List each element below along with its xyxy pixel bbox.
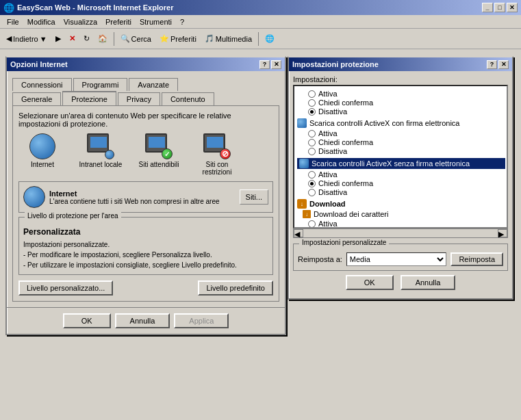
protection-footer-buttons: Livello personalizzato... Livello predef… — [18, 280, 273, 296]
radio-chiedi-2[interactable]: Chiedi conferma — [308, 138, 505, 146]
stop-button[interactable]: ✕ — [66, 31, 79, 47]
custom-settings-box: Impostazioni personalizzate Reimposta a:… — [293, 244, 508, 271]
attendibili-icon-container: ✓ — [145, 133, 173, 159]
info-globe-icon — [23, 186, 45, 208]
protection-level-desc: Impostazioni personalizzate. - Per modif… — [23, 239, 268, 270]
radio-label-chiedi-1: Chiedi conferma — [318, 99, 373, 107]
media-label: Multimedia — [216, 35, 252, 43]
back-label: Indietro — [13, 35, 38, 43]
reset-select[interactable]: Alta Media Bassa Personalizzata — [346, 252, 447, 266]
radio-group-2: Attiva Chiedi conferma Disattiva — [308, 129, 505, 155]
protezione-tab-content: Selezionare un'area di contenuto Web per… — [12, 105, 279, 302]
radio-attiva-3[interactable]: Attiva — [308, 170, 505, 179]
radio-attiva-2[interactable]: Attiva — [308, 129, 505, 137]
menu-strumenti[interactable]: Strumenti — [136, 17, 176, 27]
radio-attiva-4[interactable]: Attiva — [308, 220, 505, 227]
imp-cancel-button[interactable]: Annulla — [401, 275, 456, 290]
h-scroll-left-btn[interactable]: ◀ — [294, 229, 303, 237]
menu-visualizza[interactable]: Visualizza — [60, 17, 101, 27]
radio-disattiva-3[interactable]: Disattiva — [308, 188, 505, 196]
favorites-button[interactable]: ⭐ Preferiti — [156, 31, 200, 47]
monitor-body — [87, 133, 109, 153]
opzioni-title-bar[interactable]: Opzioni Internet ? ✕ — [7, 57, 285, 71]
zone-restrizioni[interactable]: ⊘ Siti con restrizioni — [193, 133, 241, 176]
home-button[interactable]: 🏠 — [94, 31, 111, 47]
window-title: EasyScan Web - Microsoft Internet Explor… — [17, 3, 173, 12]
refresh-icon: ↻ — [84, 34, 90, 43]
h-scrollbar[interactable]: ◀ ▶ — [293, 228, 508, 238]
tab-generale[interactable]: Generale — [12, 92, 61, 107]
radio-circle-attiva-2 — [308, 130, 316, 137]
links-button[interactable]: 🌐 — [262, 31, 278, 47]
opzioni-help-button[interactable]: ? — [259, 60, 270, 69]
maximize-button[interactable]: □ — [494, 3, 505, 12]
tab-privacy[interactable]: Privacy — [118, 92, 160, 107]
menu-modifica[interactable]: Modifica — [23, 17, 60, 27]
radio-circle-disattiva-3 — [308, 189, 316, 196]
refresh-button[interactable]: ↻ — [80, 31, 93, 47]
menu-preferiti[interactable]: Preferiti — [101, 17, 136, 27]
radio-circle-attiva-3 — [308, 171, 316, 179]
zone-attendibili-label: Siti attendibili — [139, 161, 179, 168]
radio-circle-disattiva-2 — [308, 148, 316, 155]
close-button[interactable]: ✕ — [507, 3, 518, 12]
h-scroll-right-btn[interactable]: ▶ — [498, 229, 507, 237]
internet-info-box: Internet L'area contiene tutti i siti We… — [18, 181, 273, 213]
default-level-button[interactable]: Livello predefinito — [198, 280, 273, 296]
imp-help-button[interactable]: ? — [487, 60, 497, 69]
stop-icon: ✕ — [69, 34, 75, 43]
download-chars-section: ↓ Download dei caratteri — [303, 210, 505, 218]
radio-label-disattiva-3: Disattiva — [318, 188, 347, 196]
imp-close-button[interactable]: ✕ — [498, 60, 509, 69]
media-button[interactable]: 🎵 Multimedia — [201, 31, 255, 47]
zone-internet[interactable]: Internet — [18, 133, 66, 176]
imp-ok-button[interactable]: OK — [346, 275, 394, 290]
opzioni-apply-button[interactable]: Applica — [174, 313, 229, 328]
radio-chiedi-1[interactable]: Chiedi conferma — [308, 99, 505, 107]
radio-circle-chiedi-3 — [308, 180, 316, 187]
zone-intranet[interactable]: Intranet locale — [77, 133, 125, 176]
tab-contenuto[interactable]: Contenuto — [162, 92, 214, 107]
radio-label-chiedi-3: Chiedi conferma — [318, 179, 373, 187]
imp-title-bar[interactable]: Impostazioni protezione ? ✕ — [289, 57, 512, 71]
back-dropdown-icon: ▼ — [40, 35, 47, 43]
intranet-globe — [105, 150, 114, 159]
opzioni-ok-button[interactable]: OK — [63, 313, 111, 328]
forward-button[interactable]: ▶ — [52, 31, 64, 47]
title-bar: 🌐 EasyScan Web - Microsoft Internet Expl… — [0, 0, 521, 15]
settings-list-container: Attiva Chiedi conferma Disattiva — [293, 85, 508, 228]
protection-content: Personalizzata Impostazioni personalizza… — [23, 227, 268, 270]
tab-programmi[interactable]: Programmi — [73, 78, 128, 91]
opzioni-title: Opzioni Internet — [10, 60, 68, 68]
radio-label-attiva-3: Attiva — [318, 170, 338, 179]
opzioni-close-button[interactable]: ✕ — [271, 60, 281, 69]
forward-icon: ▶ — [55, 34, 61, 43]
activex-signed-label: Scarica controlli ActiveX con firma elet… — [309, 119, 459, 127]
links-icon: 🌐 — [265, 34, 275, 43]
back-button[interactable]: ◀ Indietro ▼ — [3, 31, 51, 47]
minimize-button[interactable]: _ — [482, 3, 493, 12]
custom-row: Reimposta a: Alta Media Bassa Personaliz… — [298, 252, 503, 266]
menu-file[interactable]: File — [3, 17, 23, 27]
radio-label-attiva-4: Attiva — [318, 220, 338, 227]
settings-list[interactable]: Attiva Chiedi conferma Disattiva — [294, 86, 507, 227]
radio-circle-chiedi-1 — [308, 99, 316, 107]
tab-avanzate[interactable]: Avanzate — [129, 78, 178, 91]
radio-attiva-1[interactable]: Attiva — [308, 90, 505, 98]
download-chars-label: Download dei caratteri — [314, 210, 388, 218]
reset-button[interactable]: Reimposta — [450, 252, 503, 266]
search-icon: 🔍 — [120, 34, 130, 43]
opzioni-cancel-button[interactable]: Annulla — [115, 313, 170, 328]
menu-help[interactable]: ? — [176, 17, 188, 27]
zone-attendibili[interactable]: ✓ Siti attendibili — [135, 133, 183, 176]
search-button[interactable]: 🔍 Cerca — [117, 31, 155, 47]
radio-disattiva-2[interactable]: Disattiva — [308, 147, 505, 155]
tab-protezione[interactable]: Protezione — [62, 91, 116, 105]
protezione-desc: Selezionare un'area di contenuto Web per… — [18, 111, 273, 128]
intranet-icon-container — [87, 133, 114, 159]
custom-level-button[interactable]: Livello personalizzato... — [18, 280, 113, 296]
tab-connessioni[interactable]: Connessioni — [12, 78, 72, 91]
radio-disattiva-1[interactable]: Disattiva — [308, 107, 505, 116]
siti-button[interactable]: Siti... — [240, 189, 268, 205]
radio-chiedi-3[interactable]: Chiedi conferma — [308, 179, 505, 187]
